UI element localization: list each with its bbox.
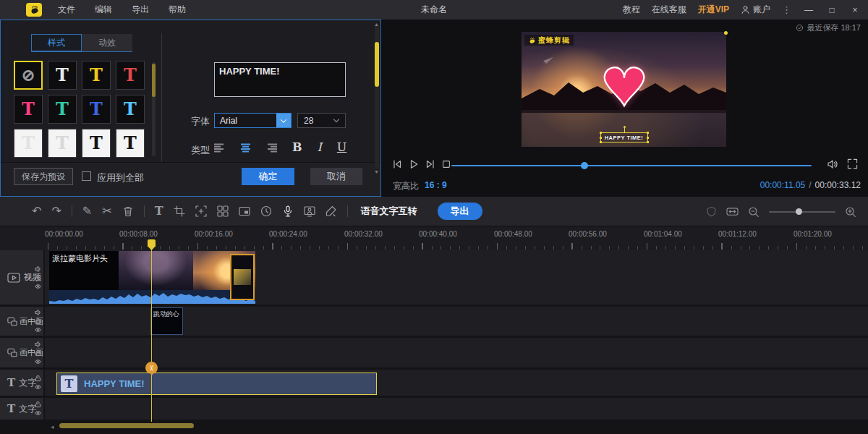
menu-export[interactable]: 导出 xyxy=(132,4,149,16)
style-tile[interactable]: T xyxy=(116,61,145,90)
support-link[interactable]: 在线客服 xyxy=(652,4,686,16)
heart-element[interactable] xyxy=(595,62,653,113)
style-grid-scrollbar[interactable] xyxy=(152,62,156,156)
effects-brush-icon[interactable] xyxy=(326,205,337,217)
pip-overlay-icon[interactable] xyxy=(239,205,250,217)
track-lock-icon[interactable] xyxy=(35,349,41,356)
style-tile[interactable]: T xyxy=(48,95,77,124)
menu-help[interactable]: 帮助 xyxy=(169,4,186,16)
font-select-dropdown-icon[interactable] xyxy=(276,114,291,127)
text-tool-icon[interactable]: T xyxy=(155,205,163,217)
playhead-line[interactable] xyxy=(151,239,152,422)
track-lock-icon[interactable] xyxy=(35,274,41,281)
video-canvas[interactable]: 蜜蜂剪辑 HAPPY TIME! xyxy=(522,32,726,147)
confirm-button[interactable]: 确定 xyxy=(242,168,294,185)
overlay-element-thumb[interactable] xyxy=(230,254,255,300)
font-size-select[interactable]: 28 xyxy=(297,113,346,128)
scroll-down-icon[interactable]: ▼ xyxy=(374,169,379,174)
style-tile-none[interactable]: ⊘ xyxy=(14,61,43,90)
save-preset-button[interactable]: 保存为预设 xyxy=(14,168,73,185)
track-lock-icon[interactable] xyxy=(35,401,41,408)
style-tile[interactable]: T xyxy=(82,61,111,90)
overlay-rotate-handle[interactable] xyxy=(624,126,626,128)
text-track-2-lane[interactable] xyxy=(45,398,868,420)
cancel-button[interactable]: 取消 xyxy=(310,168,362,185)
menu-file[interactable]: 文件 xyxy=(58,4,75,16)
text-track-1-header[interactable]: T 文字 xyxy=(0,370,43,396)
menu-edit[interactable]: 编辑 xyxy=(95,4,112,16)
timeline-hscrollbar[interactable] xyxy=(59,423,194,428)
align-center-button[interactable] xyxy=(240,143,251,153)
edit-pencil-icon[interactable]: ✎ xyxy=(82,205,92,217)
timeline-ruler[interactable]: 00:00:00.00 00:00:08.00 00:00:16.00 00:0… xyxy=(0,226,868,250)
track-mute-icon[interactable] xyxy=(35,265,41,272)
scroll-up-icon[interactable]: ▲ xyxy=(374,22,379,27)
underline-button[interactable]: U xyxy=(337,142,346,153)
volume-icon[interactable] xyxy=(827,158,838,170)
scroll-left-icon[interactable]: ◂ xyxy=(51,423,54,430)
style-tile[interactable]: T xyxy=(48,61,77,90)
pip-track-1-header[interactable]: 画中画 xyxy=(0,307,43,336)
duration-clock-icon[interactable] xyxy=(260,205,272,217)
close-button[interactable]: × xyxy=(849,5,861,15)
track-visibility-icon[interactable] xyxy=(35,410,41,417)
style-tile[interactable]: T xyxy=(48,129,77,158)
zoom-region-icon[interactable] xyxy=(195,205,207,217)
caption-text-input[interactable]: HAPPY TIME! xyxy=(214,62,346,97)
mosaic-grid-icon[interactable] xyxy=(217,205,229,217)
split-at-playhead-button[interactable]: ✂ xyxy=(145,362,158,374)
font-select[interactable]: Arial xyxy=(214,113,292,128)
preview-progress-thumb[interactable] xyxy=(581,162,588,169)
stop-button[interactable] xyxy=(441,159,451,169)
fit-timeline-icon[interactable] xyxy=(726,206,739,217)
text-track-1-lane[interactable]: T HAPPY TIME! xyxy=(45,370,868,396)
more-menu-icon[interactable]: ⋮ xyxy=(782,4,791,15)
timeline-zoom-slider[interactable] xyxy=(769,211,835,213)
text-track-2-header[interactable]: T 文字 xyxy=(0,398,43,420)
style-tile[interactable]: T xyxy=(82,95,111,124)
track-visibility-icon[interactable] xyxy=(35,283,41,289)
bold-button[interactable]: B xyxy=(292,142,302,153)
next-frame-button[interactable] xyxy=(425,158,436,170)
timeline-zoom-thumb[interactable] xyxy=(796,208,802,215)
aspect-ratio-value[interactable]: 16 : 9 xyxy=(425,180,447,192)
screen-record-icon[interactable] xyxy=(304,205,315,217)
pip-track-2-lane[interactable] xyxy=(45,338,868,367)
record-mic-icon[interactable] xyxy=(282,205,294,217)
fullscreen-icon[interactable] xyxy=(847,158,858,169)
app-logo-bee-icon[interactable] xyxy=(26,3,42,17)
tab-style[interactable]: 样式 xyxy=(31,34,82,51)
panel-scrollbar[interactable] xyxy=(375,25,379,168)
account-button[interactable]: 账户 xyxy=(741,4,770,16)
text-clip-selected[interactable]: T HAPPY TIME! xyxy=(56,373,377,395)
text-overlay-selection[interactable]: HAPPY TIME! xyxy=(600,132,648,142)
undo-icon[interactable]: ↶ xyxy=(32,205,41,217)
track-mute-icon[interactable] xyxy=(35,310,41,316)
align-left-button[interactable] xyxy=(214,143,225,153)
video-track-lane[interactable]: 派拉蒙电影片头 xyxy=(45,250,868,305)
align-right-button[interactable] xyxy=(266,143,277,153)
video-track-header[interactable]: 视频 xyxy=(0,250,43,305)
style-tile[interactable]: T xyxy=(116,95,145,124)
style-tile[interactable]: T xyxy=(116,129,145,158)
style-tile[interactable]: T xyxy=(14,129,43,158)
track-lock-icon[interactable] xyxy=(35,318,41,325)
track-visibility-icon[interactable] xyxy=(35,384,41,391)
pip-clip[interactable]: 跳动的心 xyxy=(150,307,183,335)
tab-animation[interactable]: 动效 xyxy=(82,34,132,51)
tutorial-link[interactable]: 教程 xyxy=(623,4,640,16)
crop-icon[interactable] xyxy=(174,205,185,217)
track-visibility-icon[interactable] xyxy=(35,327,41,333)
style-tile[interactable]: T xyxy=(14,95,43,124)
italic-button[interactable]: I xyxy=(318,142,322,153)
zoom-out-icon[interactable] xyxy=(748,206,760,218)
split-scissors-icon[interactable]: ✂ xyxy=(102,205,111,217)
redo-icon[interactable]: ↷ xyxy=(51,205,61,217)
track-lock-icon[interactable] xyxy=(35,375,41,382)
apply-all-checkbox[interactable] xyxy=(82,171,91,181)
video-clip[interactable]: 派拉蒙电影片头 xyxy=(49,251,255,304)
preview-progress-bar[interactable] xyxy=(451,165,812,166)
minimize-button[interactable]: — xyxy=(803,5,814,15)
frame-corner-handle[interactable] xyxy=(724,31,728,35)
style-tile[interactable]: T xyxy=(82,129,111,158)
